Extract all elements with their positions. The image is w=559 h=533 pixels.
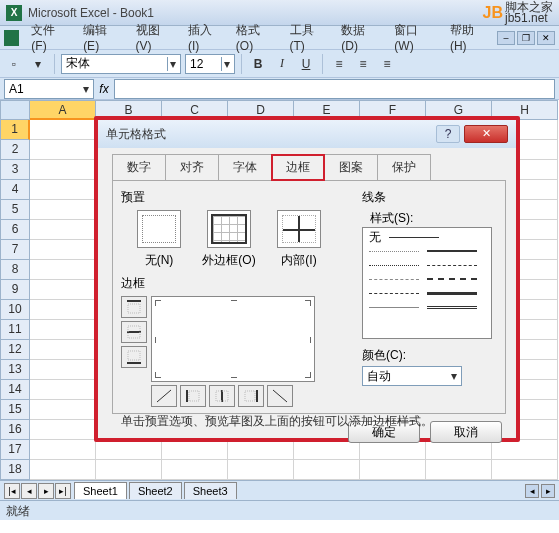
- cell[interactable]: [30, 280, 96, 300]
- cell[interactable]: [30, 260, 96, 280]
- border-left-button[interactable]: [180, 385, 206, 407]
- name-box[interactable]: A1 ▾: [4, 79, 94, 99]
- menu-file[interactable]: 文件(F): [25, 20, 75, 55]
- sheet-tab-2[interactable]: Sheet2: [129, 482, 182, 499]
- cell[interactable]: [30, 420, 96, 440]
- border-right-button[interactable]: [238, 385, 264, 407]
- cell[interactable]: [228, 460, 294, 480]
- cell[interactable]: [30, 320, 96, 340]
- select-all-corner[interactable]: [0, 100, 30, 120]
- cell[interactable]: [30, 460, 96, 480]
- row-header[interactable]: 2: [0, 140, 30, 160]
- row-header[interactable]: 8: [0, 260, 30, 280]
- row-header[interactable]: 10: [0, 300, 30, 320]
- menu-view[interactable]: 视图(V): [130, 20, 180, 55]
- color-dropdown[interactable]: 自动 ▾: [362, 366, 462, 386]
- row-header[interactable]: 9: [0, 280, 30, 300]
- menu-edit[interactable]: 编辑(E): [77, 20, 127, 55]
- cell[interactable]: [30, 400, 96, 420]
- row-header[interactable]: 7: [0, 240, 30, 260]
- menu-window[interactable]: 窗口(W): [388, 20, 442, 55]
- row-header[interactable]: 16: [0, 420, 30, 440]
- formula-input[interactable]: [114, 79, 555, 99]
- row-header[interactable]: 1: [0, 120, 30, 140]
- hscroll-right[interactable]: ▸: [541, 484, 555, 498]
- underline-button[interactable]: U: [296, 54, 316, 74]
- italic-button[interactable]: I: [272, 54, 292, 74]
- menu-format[interactable]: 格式(O): [230, 20, 282, 55]
- border-preview[interactable]: [151, 296, 315, 382]
- cell[interactable]: [30, 180, 96, 200]
- font-name-combo[interactable]: 宋体 ▾: [61, 54, 181, 74]
- row-header[interactable]: 3: [0, 160, 30, 180]
- doc-restore-button[interactable]: ❐: [517, 31, 535, 45]
- menu-help[interactable]: 帮助(H): [444, 20, 495, 55]
- border-bottom-button[interactable]: [121, 346, 147, 368]
- font-size-combo[interactable]: 12 ▾: [185, 54, 235, 74]
- tab-border[interactable]: 边框: [271, 154, 325, 181]
- row-header[interactable]: 6: [0, 220, 30, 240]
- tab-nav-first[interactable]: |◂: [4, 483, 20, 499]
- row-header[interactable]: 18: [0, 460, 30, 480]
- toolbar-dropdown[interactable]: ▾: [28, 54, 48, 74]
- sheet-tab-3[interactable]: Sheet3: [184, 482, 237, 499]
- doc-close-button[interactable]: ✕: [537, 31, 555, 45]
- cell[interactable]: [30, 380, 96, 400]
- hscroll-left[interactable]: ◂: [525, 484, 539, 498]
- border-top-button[interactable]: [121, 296, 147, 318]
- row-header[interactable]: 11: [0, 320, 30, 340]
- cell[interactable]: [360, 460, 426, 480]
- cell[interactable]: [30, 200, 96, 220]
- row-header[interactable]: 4: [0, 180, 30, 200]
- dialog-close-button[interactable]: ✕: [464, 125, 508, 143]
- cell[interactable]: [30, 300, 96, 320]
- tab-font[interactable]: 字体: [218, 154, 272, 181]
- tab-number[interactable]: 数字: [112, 154, 166, 181]
- row-header[interactable]: 12: [0, 340, 30, 360]
- cell[interactable]: [492, 460, 558, 480]
- tab-nav-last[interactable]: ▸|: [55, 483, 71, 499]
- tab-nav-prev[interactable]: ◂: [21, 483, 37, 499]
- row-header[interactable]: 5: [0, 200, 30, 220]
- align-right-button[interactable]: ≡: [377, 54, 397, 74]
- align-center-button[interactable]: ≡: [353, 54, 373, 74]
- cell[interactable]: [426, 460, 492, 480]
- doc-minimize-button[interactable]: –: [497, 31, 515, 45]
- preset-none-button[interactable]: [137, 210, 181, 248]
- tab-patterns[interactable]: 图案: [324, 154, 378, 181]
- preset-outline-button[interactable]: [207, 210, 251, 248]
- cell[interactable]: [30, 360, 96, 380]
- cell[interactable]: [294, 460, 360, 480]
- dialog-help-button[interactable]: ?: [436, 125, 460, 143]
- border-diag-down-button[interactable]: [267, 385, 293, 407]
- tab-protection[interactable]: 保护: [377, 154, 431, 181]
- row-header[interactable]: 14: [0, 380, 30, 400]
- line-style-list[interactable]: 无: [362, 227, 492, 339]
- menu-tools[interactable]: 工具(T): [284, 20, 334, 55]
- cell[interactable]: [30, 220, 96, 240]
- cell[interactable]: [30, 340, 96, 360]
- bold-button[interactable]: B: [248, 54, 268, 74]
- sheet-tab-1[interactable]: Sheet1: [74, 482, 127, 499]
- new-button[interactable]: ▫: [4, 54, 24, 74]
- column-header[interactable]: A: [30, 100, 96, 120]
- preset-inside-button[interactable]: [277, 210, 321, 248]
- cell[interactable]: [96, 460, 162, 480]
- cell[interactable]: [30, 160, 96, 180]
- row-header[interactable]: 15: [0, 400, 30, 420]
- cell[interactable]: [30, 120, 96, 140]
- border-hmid-button[interactable]: [121, 321, 147, 343]
- cell[interactable]: [30, 140, 96, 160]
- tab-alignment[interactable]: 对齐: [165, 154, 219, 181]
- dialog-titlebar[interactable]: 单元格格式 ? ✕: [98, 120, 516, 148]
- doc-icon[interactable]: [4, 30, 19, 46]
- cell[interactable]: [30, 240, 96, 260]
- border-diag-up-button[interactable]: [151, 385, 177, 407]
- border-vmid-button[interactable]: [209, 385, 235, 407]
- fx-button[interactable]: fx: [94, 82, 114, 96]
- cell[interactable]: [162, 460, 228, 480]
- tab-nav-next[interactable]: ▸: [38, 483, 54, 499]
- row-header[interactable]: 17: [0, 440, 30, 460]
- menu-data[interactable]: 数据(D): [335, 20, 386, 55]
- align-left-button[interactable]: ≡: [329, 54, 349, 74]
